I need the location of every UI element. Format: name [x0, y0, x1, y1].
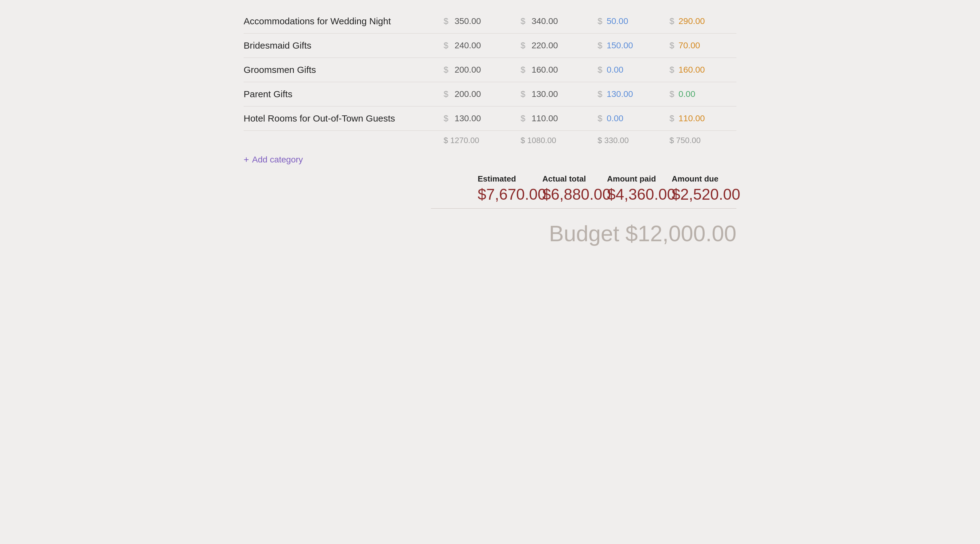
actual-value: 130.00 [531, 89, 558, 99]
subtotal-estimated: $ 1270.00 [439, 131, 515, 152]
subtotal-due: $ 750.00 [665, 131, 737, 152]
paid-value: 50.00 [607, 16, 628, 26]
subtotal-paid-value: $ 330.00 [598, 136, 628, 145]
add-category-label: Add category [252, 155, 303, 165]
estimated-value: 200.00 [455, 89, 481, 99]
dollar-icon: $ [670, 16, 675, 26]
paid-value: 0.00 [607, 65, 624, 75]
table-row: Parent Gifts $ 200.00 $ 130.00 $ 130.00 … [243, 82, 737, 106]
summary-value-paid: $4,360.00 [607, 186, 672, 203]
summary-col-due: Amount due $2,520.00 [672, 174, 737, 203]
paid-value: 150.00 [607, 41, 633, 50]
plus-icon: + [243, 154, 249, 165]
row-actual: $ 130.00 [515, 82, 593, 106]
due-value: 0.00 [678, 89, 695, 99]
estimated-value: 200.00 [455, 65, 481, 75]
row-estimated: $ 130.00 [439, 106, 515, 131]
summary-divider [431, 208, 737, 209]
dollar-icon: $ [598, 41, 602, 50]
summary-section: Estimated $7,670.00 Actual total $6,880.… [243, 174, 737, 203]
subtotal-actual-value: $ 1080.00 [520, 136, 556, 145]
summary-label-due: Amount due [672, 174, 737, 184]
budget-footer: Budget $12,000.00 [243, 218, 737, 246]
dollar-icon: $ [444, 89, 449, 99]
row-name: Accommodations for Wedding Night [243, 9, 439, 33]
due-value: 110.00 [678, 114, 705, 123]
dollar-icon: $ [598, 16, 602, 26]
row-estimated: $ 350.00 [439, 9, 515, 33]
due-value: 70.00 [678, 41, 700, 50]
dollar-icon: $ [520, 65, 525, 75]
row-paid: $ 50.00 [593, 9, 664, 33]
row-estimated: $ 240.00 [439, 33, 515, 58]
subtotal-row: $ 1270.00 $ 1080.00 $ 330.00 $ 750.00 [243, 131, 737, 152]
add-category-button[interactable]: + Add category [243, 154, 303, 165]
subtotal-actual: $ 1080.00 [515, 131, 593, 152]
subtotal-due-value: $ 750.00 [670, 136, 701, 145]
dollar-icon: $ [444, 41, 449, 51]
dollar-icon: $ [670, 89, 675, 99]
budget-container: Accommodations for Wedding Night $ 350.0… [243, 9, 737, 246]
row-actual: $ 340.00 [515, 9, 593, 33]
subtotal-empty [243, 131, 439, 152]
summary-value-due: $2,520.00 [672, 186, 737, 203]
row-name: Parent Gifts [243, 82, 439, 106]
budget-table: Accommodations for Wedding Night $ 350.0… [243, 9, 737, 151]
dollar-icon: $ [598, 114, 602, 123]
row-due: $ 70.00 [665, 33, 737, 58]
row-name: Bridesmaid Gifts [243, 33, 439, 58]
summary-value-estimated: $7,670.00 [478, 186, 542, 203]
row-estimated: $ 200.00 [439, 82, 515, 106]
dollar-icon: $ [598, 89, 602, 99]
dollar-icon: $ [444, 65, 449, 75]
row-due: $ 0.00 [665, 82, 737, 106]
dollar-icon: $ [520, 89, 525, 99]
summary-label-estimated: Estimated [478, 174, 542, 184]
row-due: $ 110.00 [665, 106, 737, 131]
summary-label-actual: Actual total [542, 174, 607, 184]
row-name: Hotel Rooms for Out-of-Town Guests [243, 106, 439, 131]
table-row: Groomsmen Gifts $ 200.00 $ 160.00 $ 0.00… [243, 58, 737, 82]
paid-value: 130.00 [607, 89, 633, 99]
summary-label-paid: Amount paid [607, 174, 672, 184]
dollar-icon: $ [444, 114, 449, 124]
estimated-value: 130.00 [455, 114, 481, 124]
estimated-value: 350.00 [455, 16, 481, 26]
add-category-row: + Add category [243, 154, 737, 165]
summary-col-paid: Amount paid $4,360.00 [607, 174, 672, 203]
dollar-icon: $ [520, 16, 525, 26]
row-due: $ 290.00 [665, 9, 737, 33]
dollar-icon: $ [670, 114, 675, 123]
actual-value: 110.00 [531, 114, 558, 124]
dollar-icon: $ [670, 41, 675, 50]
row-paid: $ 130.00 [593, 82, 664, 106]
summary-value-actual: $6,880.00 [542, 186, 607, 203]
estimated-value: 240.00 [455, 41, 481, 51]
row-paid: $ 0.00 [593, 58, 664, 82]
row-due: $ 160.00 [665, 58, 737, 82]
due-value: 160.00 [678, 65, 705, 75]
row-actual: $ 220.00 [515, 33, 593, 58]
row-actual: $ 110.00 [515, 106, 593, 131]
table-row: Bridesmaid Gifts $ 240.00 $ 220.00 $ 150… [243, 33, 737, 58]
row-name: Groomsmen Gifts [243, 58, 439, 82]
subtotal-estimated-value: $ 1270.00 [444, 136, 479, 145]
dollar-icon: $ [520, 41, 525, 51]
actual-value: 340.00 [531, 16, 558, 26]
dollar-icon: $ [598, 65, 602, 75]
row-paid: $ 0.00 [593, 106, 664, 131]
row-paid: $ 150.00 [593, 33, 664, 58]
dollar-icon: $ [444, 16, 449, 26]
actual-value: 160.00 [531, 65, 558, 75]
paid-value: 0.00 [607, 114, 624, 123]
subtotal-paid: $ 330.00 [593, 131, 664, 152]
table-row: Hotel Rooms for Out-of-Town Guests $ 130… [243, 106, 737, 131]
actual-value: 220.00 [531, 41, 558, 51]
row-actual: $ 160.00 [515, 58, 593, 82]
summary-col-estimated: Estimated $7,670.00 [478, 174, 542, 203]
table-row: Accommodations for Wedding Night $ 350.0… [243, 9, 737, 33]
dollar-icon: $ [520, 114, 525, 124]
due-value: 290.00 [678, 16, 705, 26]
row-estimated: $ 200.00 [439, 58, 515, 82]
summary-col-actual: Actual total $6,880.00 [542, 174, 607, 203]
